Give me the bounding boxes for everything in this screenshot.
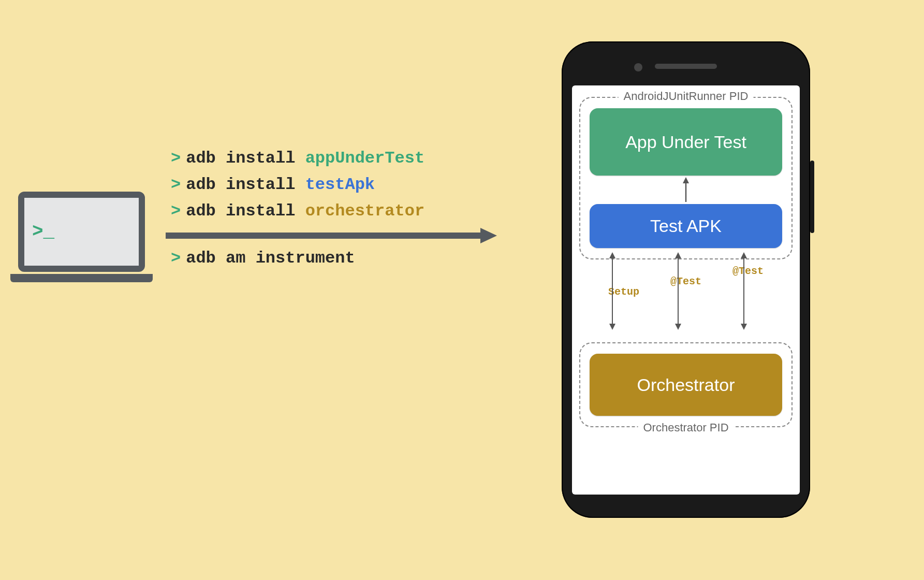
laptop-icon: >_ <box>10 192 153 295</box>
runner-pid-label: AndroidJUnitRunner PID <box>619 90 754 103</box>
laptop-base <box>10 274 153 282</box>
svg-marker-8 <box>675 252 681 258</box>
bi-arrow-setup: Setup <box>598 252 650 298</box>
double-arrow-icon <box>739 252 749 330</box>
orchestrator-pid-label: Orchestrator PID <box>638 421 734 434</box>
svg-marker-5 <box>609 252 615 258</box>
bi-arrow-test-2: @Test <box>722 252 774 277</box>
phone-camera-icon <box>634 63 642 71</box>
cmd-install-testapk: >adb install testApk <box>171 171 424 198</box>
box-app-under-test: App Under Test <box>590 108 782 176</box>
bi-arrow-test-1: @Test <box>660 252 712 287</box>
orchestrator-pid-group: Orchestrator Orchestrator PID <box>579 342 793 427</box>
phone-top <box>572 52 800 80</box>
phone-frame: AndroidJUnitRunner PID App Under Test Te… <box>562 41 810 518</box>
runner-pid-group: AndroidJUnitRunner PID App Under Test Te… <box>579 97 793 259</box>
arrow-testapk-to-app-icon <box>681 177 691 202</box>
svg-marker-11 <box>741 252 747 258</box>
flow-arrow-icon <box>166 228 497 243</box>
double-arrow-icon <box>673 252 683 330</box>
phone-side-button <box>810 161 814 233</box>
box-orchestrator: Orchestrator <box>590 354 782 416</box>
laptop-screen: >_ <box>18 192 145 272</box>
terminal-commands: >adb install appUnderTest >adb install t… <box>171 145 424 225</box>
double-arrow-icon <box>607 252 618 330</box>
box-test-apk: Test APK <box>590 204 782 248</box>
svg-marker-12 <box>741 324 747 330</box>
svg-marker-6 <box>609 324 615 330</box>
svg-marker-3 <box>683 177 689 183</box>
svg-marker-9 <box>675 324 681 330</box>
bidirectional-arrows: Setup @Test @Test <box>572 252 800 335</box>
laptop-prompt: >_ <box>32 221 54 242</box>
cmd-install-app: >adb install appUnderTest <box>171 145 424 171</box>
svg-marker-1 <box>480 228 497 243</box>
cmd-instrument: >adb am instrument <box>171 249 355 268</box>
cmd-install-orchestrator: >adb install orchestrator <box>171 198 424 224</box>
phone-speaker-icon <box>655 64 717 69</box>
phone-screen: AndroidJUnitRunner PID App Under Test Te… <box>572 85 800 495</box>
